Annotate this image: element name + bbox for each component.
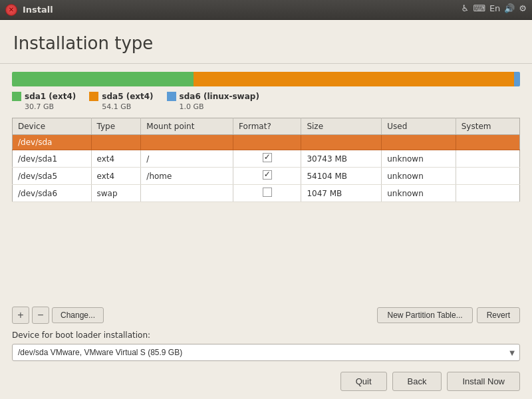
cell-sda1-type: ext4 [91,150,141,168]
cell-sda1-size: 30743 MB [301,150,382,168]
legend-size-sda6: 1.0 GB [167,102,259,111]
table-row-sda[interactable]: /dev/sda [13,135,520,150]
cell-sda5-format[interactable] [233,168,301,185]
cell-sda5-type: ext4 [91,168,141,185]
accessibility-icon[interactable]: ♿ [461,3,469,13]
keyboard-layout-icon[interactable]: ⌨ [473,3,485,13]
footer: Quit Back Install Now [0,366,532,399]
col-device: Device [13,118,92,135]
cell-sda-device: /dev/sda [13,135,92,150]
format-checkbox-sda6[interactable] [263,188,272,197]
table-header-row: Device Type Mount point Format? Size Use… [13,118,520,135]
cell-sda5-mount: /home [141,168,233,185]
cell-sda-format [233,135,301,150]
cell-sda1-system [456,150,519,168]
partition-bar-sda5 [194,72,514,86]
cell-sda5-system [456,168,519,185]
cell-sda-type [91,135,141,150]
legend-label-sda1: sda1 (ext4) [25,92,76,101]
partition-legend: sda1 (ext4) 30.7 GB sda5 (ext4) 54.1 GB … [12,92,520,111]
col-system: System [456,118,519,135]
legend-label-sda5: sda5 (ext4) [102,92,153,101]
add-partition-button[interactable]: + [12,307,29,324]
bootloader-select-wrapper: /dev/sda VMware, VMware Virtual S (85.9 … [12,344,520,361]
bottom-section: + − Change... New Partition Table... Rev… [0,301,532,366]
install-now-button[interactable]: Install Now [447,372,520,391]
partition-bar-sda6 [514,72,520,86]
main-content: Installation type sda1 (ext4) 30.7 GB sd… [0,20,532,399]
cell-sda6-system [456,185,519,202]
change-partition-button[interactable]: Change... [52,307,104,323]
cell-sda5-size: 54104 MB [301,168,382,185]
right-controls: New Partition Table... Revert [377,307,520,323]
legend-color-sda5 [89,92,98,101]
quit-button[interactable]: Quit [340,372,387,391]
format-checkbox-sda1[interactable] [263,153,272,162]
remove-partition-button[interactable]: − [32,307,49,324]
table-row-sda5[interactable]: /dev/sda5 ext4 /home 54104 MB unknown [13,168,520,185]
revert-button[interactable]: Revert [477,307,520,323]
table-row-sda6[interactable]: /dev/sda6 swap 1047 MB unknown [13,185,520,202]
format-checkbox-sda5[interactable] [263,170,272,180]
cell-sda-size [301,135,382,150]
cell-sda6-device: /dev/sda6 [13,185,92,202]
partition-section: sda1 (ext4) 30.7 GB sda5 (ext4) 54.1 GB … [0,64,532,118]
system-tray: ♿ ⌨ En 🔊 ⚙ [461,3,527,13]
col-format: Format? [233,118,301,135]
partition-bar-sda1 [12,72,194,86]
cell-sda6-used: unknown [382,185,456,202]
cell-sda6-mount [141,185,233,202]
legend-label-sda6: sda6 (linux-swap) [180,92,259,101]
window-title: Install [23,5,53,15]
cell-sda5-used: unknown [382,168,456,185]
bootloader-label: Device for boot loader installation: [12,331,520,340]
col-type: Type [91,118,141,135]
legend-item-sda1: sda1 (ext4) 30.7 GB [12,92,76,111]
page-title: Installation type [13,33,519,53]
cell-sda1-mount: / [141,150,233,168]
legend-color-sda6 [167,92,176,101]
cell-sda-system [456,135,519,150]
table-section: Device Type Mount point Format? Size Use… [0,118,532,301]
legend-color-sda1 [12,92,21,101]
legend-item-sda5: sda5 (ext4) 54.1 GB [89,92,153,111]
legend-size-sda5: 54.1 GB [89,102,153,111]
cell-sda6-type: swap [91,185,141,202]
cell-sda6-format[interactable] [233,185,301,202]
volume-icon[interactable]: 🔊 [504,3,515,13]
col-mount: Mount point [141,118,233,135]
partition-table: Device Type Mount point Format? Size Use… [12,118,520,202]
header: Installation type [0,20,532,64]
cell-sda-used [382,135,456,150]
table-controls: + − Change... New Partition Table... Rev… [12,307,520,324]
cell-sda1-device: /dev/sda1 [13,150,92,168]
bootloader-select[interactable]: /dev/sda VMware, VMware Virtual S (85.9 … [12,344,520,361]
col-size: Size [301,118,382,135]
close-button[interactable] [5,4,17,16]
cell-sda1-format[interactable] [233,150,301,168]
language-indicator[interactable]: En [489,3,500,13]
legend-size-sda1: 30.7 GB [12,102,76,111]
cell-sda5-device: /dev/sda5 [13,168,92,185]
col-used: Used [382,118,456,135]
table-row-sda1[interactable]: /dev/sda1 ext4 / 30743 MB unknown [13,150,520,168]
partition-bar [12,72,520,86]
cell-sda6-size: 1047 MB [301,185,382,202]
settings-icon[interactable]: ⚙ [519,3,527,13]
new-partition-table-button[interactable]: New Partition Table... [377,307,472,323]
back-button[interactable]: Back [392,372,442,391]
cell-sda1-used: unknown [382,150,456,168]
titlebar: Install ♿ ⌨ En 🔊 ⚙ [0,0,532,20]
cell-sda-mount [141,135,233,150]
legend-item-sda6: sda6 (linux-swap) 1.0 GB [167,92,259,111]
